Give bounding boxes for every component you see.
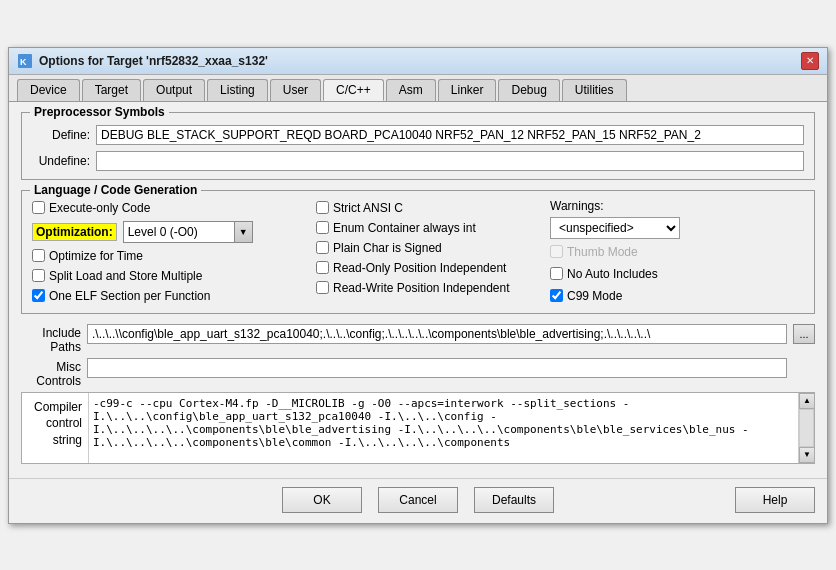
plain-char-label: Plain Char is Signed	[333, 241, 442, 255]
scroll-down-btn[interactable]: ▼	[799, 447, 815, 463]
language-label: Language / Code Generation	[30, 183, 201, 197]
readwrite-pos-label: Read-Write Position Independent	[333, 281, 510, 295]
tab-target[interactable]: Target	[82, 79, 141, 101]
define-row: Define:	[32, 125, 804, 145]
defaults-button[interactable]: Defaults	[474, 487, 554, 513]
c99-mode-checkbox[interactable]	[550, 289, 563, 302]
title-bar: K Options for Target 'nrf52832_xxaa_s132…	[9, 48, 827, 75]
enum-container-checkbox[interactable]	[316, 221, 329, 234]
preprocessor-group: Preprocessor Symbols Define: Undefine:	[21, 112, 815, 180]
button-group: OK Cancel Defaults	[282, 487, 554, 513]
readonly-pos-row: Read-Only Position Independent	[316, 259, 542, 277]
close-button[interactable]: ✕	[801, 52, 819, 70]
plain-char-row: Plain Char is Signed	[316, 239, 542, 257]
include-paths-input[interactable]	[87, 324, 787, 344]
tab-linker[interactable]: Linker	[438, 79, 497, 101]
warnings-select-row: <unspecified>	[550, 217, 804, 239]
c99-mode-label: C99 Mode	[567, 289, 622, 303]
readonly-pos-label: Read-Only Position Independent	[333, 261, 506, 275]
misc-controls-input[interactable]	[87, 358, 787, 378]
one-elf-checkbox[interactable]	[32, 289, 45, 302]
enum-container-row: Enum Container always int	[316, 219, 542, 237]
misc-controls-row: MiscControls	[21, 358, 815, 388]
tab-output[interactable]: Output	[143, 79, 205, 101]
define-input[interactable]	[96, 125, 804, 145]
svg-text:K: K	[20, 57, 27, 67]
include-paths-row: IncludePaths ...	[21, 324, 815, 354]
execute-only-row: Execute-only Code	[32, 199, 312, 217]
tab-bar: Device Target Output Listing User C/C++ …	[9, 75, 827, 102]
compiler-control-textarea[interactable]: -c99-c --cpu Cortex-M4.fp -D__MICROLIB -…	[88, 393, 798, 463]
warnings-select[interactable]: <unspecified>	[550, 217, 680, 239]
strict-ansi-checkbox[interactable]	[316, 201, 329, 214]
tab-device[interactable]: Device	[17, 79, 80, 101]
undefine-input[interactable]	[96, 151, 804, 171]
tab-debug[interactable]: Debug	[498, 79, 559, 101]
no-auto-includes-label: No Auto Includes	[567, 267, 658, 281]
content-area: Preprocessor Symbols Define: Undefine: L…	[9, 102, 827, 478]
c99-mode-row: C99 Mode	[550, 287, 804, 305]
execute-only-checkbox[interactable]	[32, 201, 45, 214]
preprocessor-label: Preprocessor Symbols	[30, 105, 169, 119]
optimize-time-row: Optimize for Time	[32, 247, 312, 265]
cancel-button[interactable]: Cancel	[378, 487, 458, 513]
optimization-row: Optimization: Level 0 (-O0) ▼	[32, 219, 312, 245]
language-group: Language / Code Generation Execute-only …	[21, 190, 815, 314]
optimization-select[interactable]: Level 0 (-O0) ▼	[123, 221, 253, 243]
strict-ansi-label: Strict ANSI C	[333, 201, 403, 215]
warnings-section: Warnings: <unspecified> Thumb Mode	[550, 199, 804, 305]
execute-only-label: Execute-only Code	[49, 201, 150, 215]
thumb-mode-row: Thumb Mode	[550, 243, 804, 261]
tab-utilities[interactable]: Utilities	[562, 79, 627, 101]
scroll-track[interactable]	[799, 409, 814, 447]
include-paths-browse-btn[interactable]: ...	[793, 324, 815, 344]
window-title: Options for Target 'nrf52832_xxaa_s132'	[39, 54, 268, 68]
bottom-button-area: OK Cancel Defaults Help	[9, 478, 827, 523]
readwrite-pos-checkbox[interactable]	[316, 281, 329, 294]
main-window: K Options for Target 'nrf52832_xxaa_s132…	[8, 47, 828, 524]
no-auto-includes-checkbox[interactable]	[550, 267, 563, 280]
compiler-string-box: Compilercontrolstring -c99-c --cpu Corte…	[21, 392, 815, 464]
optimization-dropdown-btn[interactable]: ▼	[234, 222, 252, 242]
readonly-pos-checkbox[interactable]	[316, 261, 329, 274]
tab-user[interactable]: User	[270, 79, 321, 101]
tab-cpp[interactable]: C/C++	[323, 79, 384, 101]
compiler-side-labels: Compilercontrolstring	[22, 393, 88, 463]
plain-char-checkbox[interactable]	[316, 241, 329, 254]
ok-button[interactable]: OK	[282, 487, 362, 513]
optimization-label: Optimization:	[32, 223, 117, 241]
optimization-value: Level 0 (-O0)	[124, 225, 234, 239]
tab-listing[interactable]: Listing	[207, 79, 268, 101]
compiler-string-label: Compilercontrolstring	[34, 399, 82, 449]
undefine-label: Undefine:	[32, 154, 90, 168]
split-load-row: Split Load and Store Multiple	[32, 267, 312, 285]
thumb-mode-label: Thumb Mode	[567, 245, 638, 259]
scroll-up-btn[interactable]: ▲	[799, 393, 815, 409]
no-auto-includes-row: No Auto Includes	[550, 265, 804, 283]
tab-asm[interactable]: Asm	[386, 79, 436, 101]
help-button[interactable]: Help	[735, 487, 815, 513]
split-load-checkbox[interactable]	[32, 269, 45, 282]
misc-controls-label: MiscControls	[21, 358, 81, 388]
strict-ansi-row: Strict ANSI C	[316, 199, 542, 217]
warnings-title: Warnings:	[550, 199, 804, 213]
undefine-row: Undefine:	[32, 151, 804, 171]
window-icon: K	[17, 53, 33, 69]
thumb-mode-checkbox[interactable]	[550, 245, 563, 258]
enum-container-label: Enum Container always int	[333, 221, 476, 235]
include-paths-label: IncludePaths	[21, 324, 81, 354]
optimize-time-label: Optimize for Time	[49, 249, 143, 263]
one-elf-label: One ELF Section per Function	[49, 289, 210, 303]
one-elf-row: One ELF Section per Function	[32, 287, 312, 305]
split-load-label: Split Load and Store Multiple	[49, 269, 202, 283]
define-label: Define:	[32, 128, 90, 142]
optimize-time-checkbox[interactable]	[32, 249, 45, 262]
compiler-scrollbar: ▲ ▼	[798, 393, 814, 463]
readwrite-pos-row: Read-Write Position Independent	[316, 279, 542, 297]
